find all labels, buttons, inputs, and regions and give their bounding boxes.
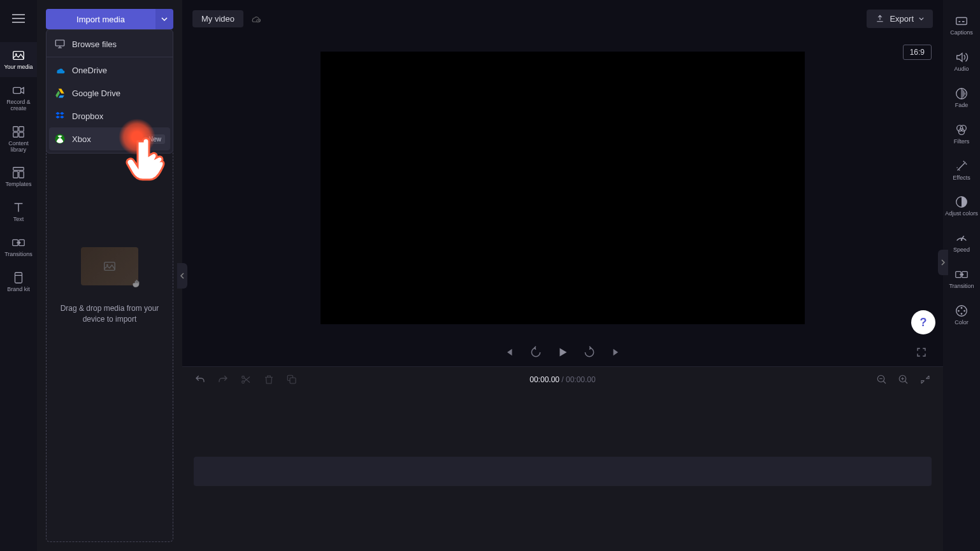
captions-icon <box>955 14 969 28</box>
dropdown-xbox[interactable]: Xbox New <box>49 127 170 150</box>
export-label: Export <box>890 14 914 24</box>
main-area: My video Export 16:9 00:0 <box>182 0 943 551</box>
camera-icon <box>11 83 25 97</box>
prop-transition[interactable]: Transition <box>943 262 980 297</box>
skip-start-button[interactable] <box>501 345 517 360</box>
dropdown-label: Xbox <box>72 134 91 144</box>
zoom-in-button[interactable] <box>897 373 910 386</box>
dropdown-browse-files[interactable]: Browse files <box>47 32 173 55</box>
preview-area: 16:9 <box>182 37 943 366</box>
prop-adjust-colors[interactable]: Adjust colors <box>943 190 980 225</box>
play-button[interactable] <box>555 345 570 360</box>
library-icon <box>11 125 25 139</box>
split-button[interactable] <box>240 373 252 386</box>
nav-label: Brand kit <box>7 287 30 293</box>
prop-captions[interactable]: Captions <box>943 9 980 44</box>
svg-rect-7 <box>13 168 24 171</box>
import-media-dropdown-toggle[interactable] <box>155 9 173 29</box>
collapse-properties-panel[interactable] <box>938 250 948 275</box>
redo-button[interactable] <box>217 373 229 386</box>
svg-rect-23 <box>956 18 967 25</box>
zoom-out-button[interactable] <box>876 373 888 386</box>
svg-point-36 <box>958 310 960 312</box>
duplicate-button[interactable] <box>285 373 298 386</box>
google-drive-icon <box>54 87 66 99</box>
import-source-dropdown: Browse files OneDrive Google Drive Dropb… <box>46 29 173 154</box>
dropdown-label: OneDrive <box>72 66 107 75</box>
prop-speed[interactable]: Speed <box>943 226 980 261</box>
media-icon <box>11 48 25 62</box>
chevron-right-icon <box>941 259 945 266</box>
templates-icon <box>11 166 25 180</box>
project-title-chip[interactable]: My video <box>192 10 243 27</box>
prop-audio[interactable]: Audio <box>943 45 980 80</box>
import-media-button[interactable]: Import media <box>46 9 155 29</box>
svg-rect-8 <box>13 172 18 178</box>
left-nav-rail: Your media Record & create Content libra… <box>0 0 37 551</box>
dropdown-onedrive[interactable]: OneDrive <box>47 59 173 82</box>
monitor-icon <box>54 38 66 50</box>
nav-transitions[interactable]: Transitions <box>0 229 37 264</box>
project-title: My video <box>201 14 234 24</box>
svg-point-14 <box>106 264 108 266</box>
nav-your-media[interactable]: Your media <box>0 42 37 77</box>
nav-content-library[interactable]: Content library <box>0 118 37 160</box>
svg-point-35 <box>961 313 963 315</box>
nav-label: Record & create <box>0 99 37 112</box>
upload-icon <box>876 14 884 23</box>
skip-end-button[interactable] <box>609 345 624 360</box>
collapse-import-panel[interactable] <box>177 263 187 289</box>
prop-filters[interactable]: Filters <box>943 118 980 153</box>
svg-point-17 <box>257 20 260 23</box>
transitions-icon <box>11 236 25 250</box>
nav-label: Text <box>13 217 24 223</box>
svg-rect-20 <box>290 378 296 383</box>
top-bar: My video Export <box>182 0 943 37</box>
dropdown-label: Google Drive <box>72 89 120 98</box>
audio-icon <box>955 50 969 64</box>
hamburger-icon <box>12 14 25 23</box>
dropdown-label: Browse files <box>72 39 117 49</box>
delete-button[interactable] <box>263 373 275 386</box>
prop-color[interactable]: Color <box>943 299 980 334</box>
svg-rect-5 <box>13 132 18 137</box>
svg-rect-6 <box>19 132 24 137</box>
undo-button[interactable] <box>194 373 206 386</box>
text-icon <box>11 201 25 215</box>
prop-fade[interactable]: Fade <box>943 82 980 117</box>
filters-icon <box>955 123 969 137</box>
dropdown-google-drive[interactable]: Google Drive <box>47 82 173 104</box>
timeline[interactable] <box>182 392 943 551</box>
forward-button[interactable] <box>582 345 597 360</box>
dropdown-dropbox[interactable]: Dropbox <box>47 104 173 127</box>
video-preview-canvas[interactable] <box>321 52 805 324</box>
svg-rect-3 <box>13 126 18 131</box>
fullscreen-button[interactable] <box>914 345 929 360</box>
transition-icon <box>955 268 969 282</box>
nav-text[interactable]: Text <box>0 194 37 229</box>
hamburger-menu[interactable] <box>5 5 32 32</box>
svg-point-26 <box>960 125 966 131</box>
nav-templates[interactable]: Templates <box>0 159 37 194</box>
timeline-track[interactable] <box>194 457 932 486</box>
cloud-sync-icon[interactable] <box>250 13 261 24</box>
svg-point-29 <box>961 240 963 241</box>
svg-rect-4 <box>19 126 24 131</box>
brand-kit-icon <box>11 271 25 285</box>
export-button[interactable]: Export <box>867 10 933 28</box>
help-button[interactable]: ? <box>911 310 935 334</box>
svg-point-1 <box>15 54 17 55</box>
timeline-toolbar: 00:00.00 / 00:00.00 <box>182 366 943 392</box>
zoom-fit-button[interactable] <box>919 373 932 386</box>
help-icon: ? <box>920 316 927 329</box>
nav-brand-kit[interactable]: Brand kit <box>0 264 37 299</box>
xbox-icon <box>54 133 66 145</box>
import-media-panel: Import media Drag & drop media from your… <box>37 0 182 551</box>
nav-label: Transitions <box>4 252 32 258</box>
playback-controls <box>182 338 943 366</box>
aspect-ratio-selector[interactable]: 16:9 <box>903 45 932 60</box>
prop-effects[interactable]: Effects <box>943 154 980 189</box>
rewind-button[interactable] <box>528 345 544 360</box>
nav-record-create[interactable]: Record & create <box>0 77 37 118</box>
current-time: 00:00.00 <box>530 375 559 384</box>
